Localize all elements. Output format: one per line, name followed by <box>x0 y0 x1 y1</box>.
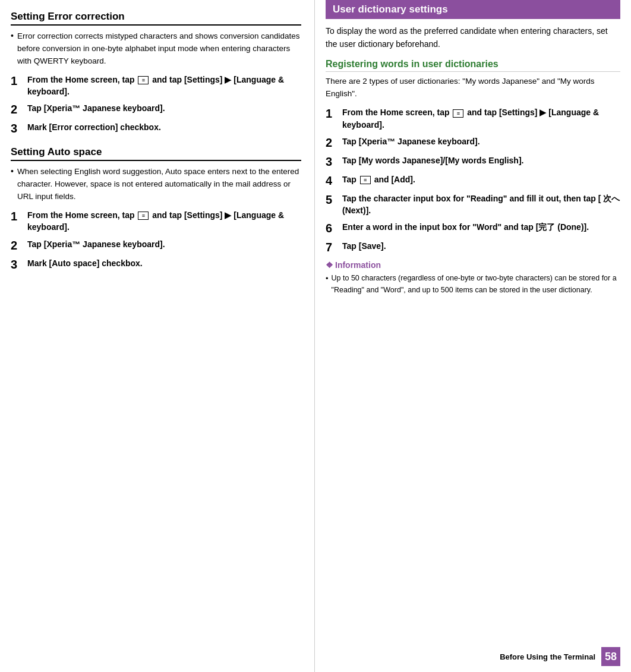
menu-icon: ≡ <box>138 76 149 84</box>
step-dict-4: 4 Tap ≡ and [Add]. <box>326 173 620 188</box>
bullet-text-error: Error correction corrects mistyped chara… <box>17 30 301 68</box>
step-dict-5: 5 Tap the character input box for "Readi… <box>326 193 620 217</box>
section-title-auto-space: Setting Auto space <box>11 146 301 161</box>
step-number: 1 <box>326 106 342 121</box>
step-number: 2 <box>11 102 27 116</box>
step-text: Mark [Error correction] checkbox. <box>27 121 161 133</box>
step-error-3: 3 Mark [Error correction] checkbox. <box>11 121 301 135</box>
footer-label: Before Using the Terminal <box>500 652 595 661</box>
section-error-correction: Setting Error correction • Error correct… <box>11 11 301 135</box>
step-number: 1 <box>11 209 27 223</box>
user-dictionary-header: User dictionary settings <box>326 0 620 19</box>
step-text: Tap [Xperia™ Japanese keyboard]. <box>27 238 165 250</box>
info-title: ❖Information <box>326 260 620 270</box>
registering-words-heading: Registering words in user dictionaries <box>326 59 620 72</box>
step-dict-6: 6 Enter a word in the input box for "Wor… <box>326 221 620 235</box>
step-number: 7 <box>326 240 342 254</box>
step-dict-7: 7 Tap [Save]. <box>326 240 620 254</box>
step-number: 6 <box>326 221 342 235</box>
step-dict-1: 1 From the Home screen, tap ≡ and tap [S… <box>326 106 620 131</box>
step-number: 3 <box>326 154 342 169</box>
right-column: User dictionary settings To display the … <box>315 0 631 672</box>
bullet-item-auto-space: • When selecting English word suggestion… <box>11 166 301 203</box>
info-body-text: Up to 50 characters (regardless of one-b… <box>332 273 620 296</box>
step-text: Tap [My words Japanese]/[My words Englis… <box>342 154 523 166</box>
step-text: Tap [Xperia™ Japanese keyboard]. <box>342 135 480 147</box>
info-section: ❖Information • Up to 50 characters (rega… <box>326 260 620 296</box>
section-title-error-correction: Setting Error correction <box>11 11 301 26</box>
step-text: Mark [Auto space] checkbox. <box>27 257 143 269</box>
step-text: From the Home screen, tap ≡ and tap [Set… <box>27 209 301 234</box>
step-number: 1 <box>11 74 27 88</box>
step-auto-2: 2 Tap [Xperia™ Japanese keyboard]. <box>11 238 301 253</box>
menu-icon: ≡ <box>453 109 463 118</box>
step-auto-1: 1 From the Home screen, tap ≡ and tap [S… <box>11 209 301 234</box>
step-number: 3 <box>11 257 27 272</box>
step-text: Tap the character input box for "Reading… <box>342 193 620 217</box>
step-text: Tap [Save]. <box>342 240 386 252</box>
step-error-2: 2 Tap [Xperia™ Japanese keyboard]. <box>11 102 301 116</box>
bullet-text-auto-space: When selecting English word suggestion, … <box>17 166 301 203</box>
step-dict-2: 2 Tap [Xperia™ Japanese keyboard]. <box>326 135 620 150</box>
step-number: 3 <box>11 121 27 135</box>
bullet-item-error: • Error correction corrects mistyped cha… <box>11 30 301 68</box>
step-text: From the Home screen, tap ≡ and tap [Set… <box>342 106 620 131</box>
subheading-text: There are 2 types of user dictionaries: … <box>326 75 620 100</box>
step-text: Tap ≡ and [Add]. <box>342 173 415 185</box>
section-auto-space: Setting Auto space • When selecting Engl… <box>11 146 301 271</box>
bullet-dot: • <box>11 166 14 203</box>
step-text: Enter a word in the input box for "Word"… <box>342 221 589 233</box>
step-text: Tap [Xperia™ Japanese keyboard]. <box>27 102 165 114</box>
step-text: From the Home screen, tap ≡ and tap [Set… <box>27 74 301 98</box>
page-container: Setting Error correction • Error correct… <box>0 0 631 672</box>
step-number: 4 <box>326 173 342 188</box>
menu-icon: ≡ <box>138 212 149 220</box>
bullet-dot: • <box>11 31 14 68</box>
page-footer: Before Using the Terminal 58 <box>500 647 620 666</box>
menu-icon-small: ≡ <box>360 176 371 184</box>
bullet-dot-info: • <box>326 274 329 283</box>
diamond-icon: ❖ <box>326 260 333 270</box>
page-number: 58 <box>601 647 620 666</box>
info-bullet-row: • Up to 50 characters (regardless of one… <box>326 273 620 296</box>
step-auto-3: 3 Mark [Auto space] checkbox. <box>11 257 301 272</box>
step-dict-3: 3 Tap [My words Japanese]/[My words Engl… <box>326 154 620 169</box>
step-number: 5 <box>326 193 342 207</box>
intro-text: To display the word as the preferred can… <box>326 25 620 51</box>
step-error-1: 1 From the Home screen, tap ≡ and tap [S… <box>11 74 301 98</box>
step-number: 2 <box>11 238 27 253</box>
step-number: 2 <box>326 135 342 150</box>
left-column: Setting Error correction • Error correct… <box>0 0 315 672</box>
